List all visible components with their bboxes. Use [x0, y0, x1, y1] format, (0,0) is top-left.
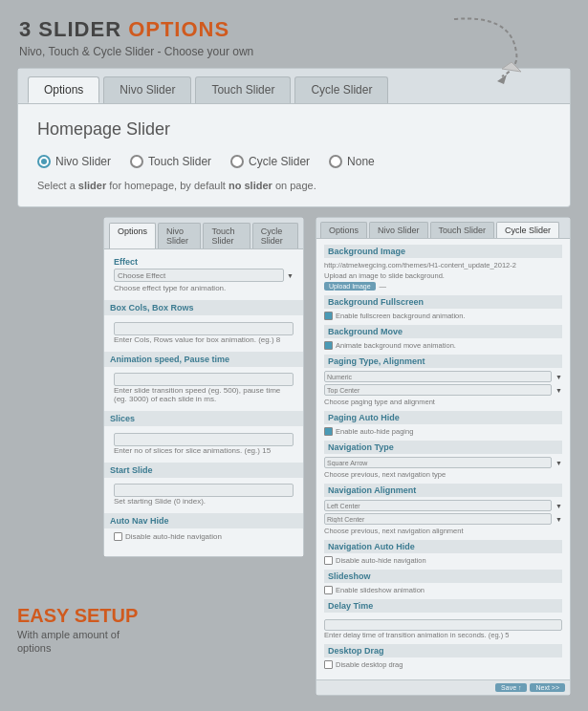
nav-autohide-row: Disable auto-hide navigation	[324, 556, 562, 565]
bg-fullscreen-header: Background Fullscreen	[324, 295, 562, 309]
right-tab-nivo[interactable]: Nivo Slider	[369, 222, 428, 238]
inner-tab-options[interactable]: Options	[109, 223, 156, 248]
easy-sub-line2: options	[17, 642, 138, 654]
next-button[interactable]: Next >>	[530, 683, 565, 692]
paging-autohide-header: Paging Auto Hide	[324, 411, 562, 424]
effect-hint: Choose effect type for animation.	[114, 284, 294, 292]
slideshow-row: Enable slideshow animation	[324, 586, 562, 594]
effect-label: Effect	[114, 257, 294, 267]
inner-tab-nivo[interactable]: Nivo Slider	[158, 223, 201, 248]
paging-align-arrow: ▼	[555, 387, 562, 394]
autonav-checkbox-row: Disable auto-hide navigation	[114, 532, 294, 541]
paging-type-section: Paging Type, Alignment ▼ ▼ Choose paging…	[324, 355, 562, 406]
bg-move-checkbox[interactable]	[324, 341, 333, 350]
radio-cycle[interactable]: Cycle Slider	[230, 155, 310, 168]
paging-inputs: ▼	[324, 371, 562, 382]
radio-none[interactable]: None	[329, 155, 375, 168]
right-panel-footer: Save ↑ Next >>	[316, 679, 570, 695]
right-tab-options[interactable]: Options	[320, 222, 367, 238]
delay-time-hint: Enter delay time of transition animation…	[324, 631, 562, 639]
bg-move-label: Animate background move animation.	[336, 341, 456, 350]
paging-type-hint: Choose paging type and alignment	[324, 398, 562, 406]
inner-tab-cycle[interactable]: Cycle Slider	[252, 223, 298, 248]
radio-none-circle[interactable]	[329, 155, 342, 168]
animspeed-input[interactable]	[114, 373, 294, 386]
tab-nivo-slider[interactable]: Nivo Slider	[103, 76, 191, 103]
paging-autohide-checkbox[interactable]	[324, 427, 333, 436]
nav-align-hint: Choose previous, next navigation alignme…	[324, 527, 562, 535]
desktop-drag-section: Desktop Drag Disable desktop drag	[324, 644, 562, 669]
slideshow-label: Enable slideshow animation	[336, 586, 425, 594]
panel-content: Homepage Slider Nivo Slider Touch Slider…	[18, 104, 570, 206]
nav-align-section: Navigation Alignment ▼ ▼ Choose previous…	[324, 484, 562, 535]
delay-time-input[interactable]	[324, 619, 562, 631]
radio-cycle-label: Cycle Slider	[249, 155, 310, 168]
tab-cycle-slider[interactable]: Cycle Slider	[294, 76, 388, 103]
nav-align-row2: ▼	[324, 513, 562, 525]
tab-options[interactable]: Options	[28, 76, 99, 103]
right-inner-panel: Options Nivo Slider Touch Slider Cycle S…	[316, 217, 571, 696]
effect-arrow: ▼	[287, 272, 294, 279]
nav-type-input[interactable]	[324, 457, 552, 468]
paging-autohide-row: Enable auto-hide paging	[324, 427, 562, 436]
animspeed-hint: Enter slide transition speed (eg. 500), …	[114, 386, 294, 403]
nav-autohide-checkbox[interactable]	[324, 556, 333, 565]
autonav-checkbox[interactable]	[114, 532, 122, 541]
paging-type-input[interactable]	[324, 371, 552, 382]
left-inner-panel: Options Nivo Slider Touch Slider Cycle S…	[103, 217, 304, 557]
nav-autohide-section: Navigation Auto Hide Disable auto-hide n…	[324, 540, 562, 565]
desktop-drag-row: Disable desktop drag	[324, 660, 562, 669]
inner-left-content: Effect ▼ Choose effect type for animatio…	[104, 249, 303, 556]
startslide-input[interactable]	[114, 484, 294, 497]
animspeed-header: Animation speed, Pause time	[104, 352, 303, 367]
bg-image-section: Background Image http://atmelwegcing.com…	[324, 245, 562, 291]
slices-hint: Enter no of slices for slice animations.…	[114, 446, 294, 455]
nav-align-input2[interactable]	[324, 513, 552, 525]
radio-touch[interactable]: Touch Slider	[130, 155, 211, 168]
right-tab-cycle[interactable]: Cycle Slider	[496, 222, 559, 238]
delay-time-header: Delay Time	[324, 599, 562, 613]
nav-align-header: Navigation Alignment	[324, 484, 562, 497]
effect-select[interactable]	[114, 269, 284, 282]
effect-section: Effect ▼ Choose effect type for animatio…	[114, 257, 294, 292]
radio-nivo-circle[interactable]	[37, 155, 51, 168]
upload-image-btn[interactable]: Upload Image	[324, 282, 376, 291]
svg-marker-1	[502, 62, 521, 72]
nav-type-hint: Choose previous, next navigation type	[324, 470, 562, 479]
autonav-checkbox-label: Disable auto-hide navigation	[125, 532, 222, 541]
easy-sub-line1: With ample amount of	[17, 629, 138, 640]
save-button[interactable]: Save ↑	[495, 683, 527, 692]
bg-image-url: http://atmelwegcing.com/themes/H1-conten…	[324, 261, 562, 269]
bg-fullscreen-checkbox[interactable]	[324, 312, 333, 320]
nav-align-arrow1: ▼	[555, 503, 562, 509]
arrow-icon	[445, 10, 531, 86]
bg-fullscreen-label: Enable fullscreen background animation.	[336, 312, 466, 320]
bg-fullscreen-section: Background Fullscreen Enable fullscreen …	[324, 295, 562, 320]
desktop-drag-checkbox[interactable]	[324, 660, 333, 669]
nav-align-input1[interactable]	[324, 500, 552, 511]
paging-align-input[interactable]	[324, 384, 552, 396]
radio-cycle-circle[interactable]	[230, 155, 244, 168]
boxcols-hint: Enter Cols, Rows value for box animation…	[114, 335, 294, 344]
radio-nivo[interactable]: Nivo Slider	[37, 155, 111, 168]
boxcols-input[interactable]	[114, 322, 294, 335]
nav-align-arrow2: ▼	[555, 516, 562, 523]
slices-section: Enter no of slices for slice animations.…	[114, 430, 294, 455]
tab-touch-slider[interactable]: Touch Slider	[195, 76, 291, 103]
nav-type-row: ▼	[324, 457, 562, 468]
bg-image-header: Background Image	[324, 245, 562, 258]
paging-autohide-label: Enable auto-hide paging	[336, 427, 413, 436]
hint-text: Select a slider for homepage, by default…	[37, 180, 551, 191]
bg-move-section: Background Move Animate background move …	[324, 325, 562, 350]
inner-tab-touch[interactable]: Touch Slider	[203, 223, 250, 248]
animspeed-section: Enter slide transition speed (eg. 500), …	[114, 371, 294, 404]
startslide-hint: Set starting Slide (0 index).	[114, 497, 294, 506]
slideshow-header: Slideshow	[324, 570, 562, 583]
paging-align-row: ▼	[324, 384, 562, 396]
delay-time-section: Delay Time Enter delay time of transitio…	[324, 599, 562, 639]
bg-move-row: Animate background move animation.	[324, 341, 562, 350]
right-tab-touch[interactable]: Touch Slider	[430, 222, 495, 238]
slideshow-checkbox[interactable]	[324, 586, 333, 594]
radio-touch-circle[interactable]	[130, 155, 143, 168]
slices-input[interactable]	[114, 433, 294, 446]
